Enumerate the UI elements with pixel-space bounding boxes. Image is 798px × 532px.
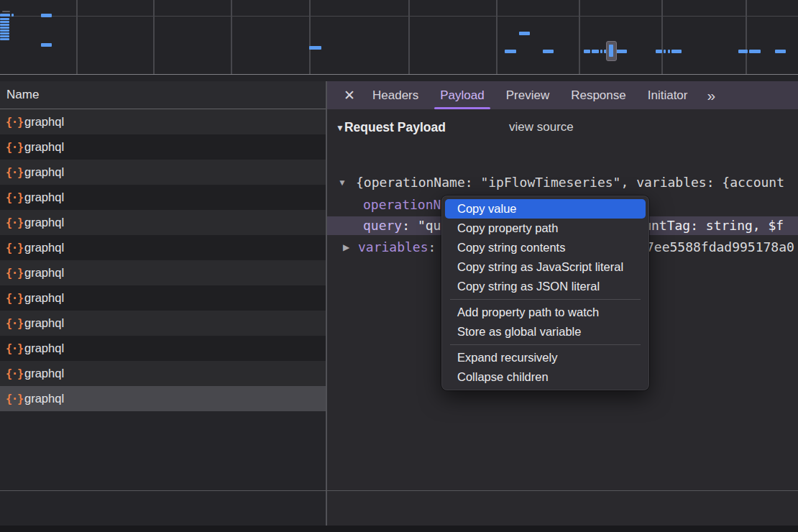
waterfall-request-bar [592, 50, 599, 53]
request-row[interactable]: {·}graphql [0, 336, 326, 361]
waterfall-request-bar [12, 14, 14, 17]
waterfall-request-bar [738, 50, 748, 53]
context-menu-item[interactable]: Copy string contents [445, 238, 646, 257]
disclosure-collapsed-icon[interactable]: ▶ [343, 239, 349, 256]
request-row[interactable]: {·}graphql [0, 185, 326, 210]
json-request-icon: {·} [6, 166, 24, 179]
waterfall-request-bar [543, 50, 554, 53]
request-name-label: graphql [24, 241, 64, 254]
overview-gridline-vertical [746, 0, 747, 74]
devtools-network-panel: Name {·}graphql{·}graphql{·}graphql{·}gr… [0, 0, 798, 532]
request-row[interactable]: {·}graphql [0, 285, 326, 311]
context-menu-item[interactable]: Copy string as JavaScript literal [445, 257, 646, 277]
tab-initiator[interactable]: Initiator [637, 81, 699, 109]
waterfall-request-bar [668, 50, 670, 53]
footer-divider [0, 490, 798, 491]
request-row[interactable]: {·}graphql [0, 210, 326, 235]
json-request-icon: {·} [6, 141, 24, 154]
context-menu-item[interactable]: Copy property path [445, 219, 646, 238]
detail-tab-bar: ✕ HeadersPayloadPreviewResponseInitiator… [327, 81, 798, 109]
tab-headers[interactable]: Headers [362, 81, 429, 109]
waterfall-request-bar [600, 50, 602, 53]
waterfall-request-bar [0, 14, 10, 17]
network-overview-timeline[interactable] [0, 0, 798, 81]
context-menu-item[interactable]: Store as global variable [445, 322, 646, 341]
context-menu-item[interactable]: Collapse children [445, 367, 646, 387]
json-request-icon: {·} [6, 116, 24, 129]
overview-gridline-horizontal [0, 16, 798, 17]
json-request-icon: {·} [6, 367, 24, 380]
request-payload-section-header: ▼Request Payload [336, 119, 446, 136]
waterfall-request-bar [0, 18, 9, 20]
request-row[interactable]: {·}graphql [0, 160, 326, 185]
request-name-label: graphql [24, 191, 64, 204]
property-key: query [363, 218, 402, 233]
waterfall-request-bar [519, 32, 530, 35]
view-source-button[interactable]: view source [509, 119, 574, 136]
request-row[interactable]: {·}graphql [0, 109, 326, 134]
waterfall-request-bar [749, 50, 761, 53]
request-name-label: graphql [24, 291, 64, 305]
request-row[interactable]: {·}graphql [0, 260, 326, 285]
tab-response[interactable]: Response [560, 81, 637, 109]
overview-gridline-vertical [231, 0, 232, 74]
section-collapse-icon[interactable]: ▼ [336, 123, 344, 133]
waterfall-request-bar [41, 14, 52, 17]
menu-separator [450, 344, 641, 345]
context-menu: Copy valueCopy property pathCopy string … [441, 196, 649, 390]
property-key: variables [358, 239, 428, 254]
waterfall-request-bar [2, 11, 10, 12]
overview-gridline-vertical [661, 0, 663, 74]
waterfall-request-bar [671, 50, 682, 53]
request-name-label: graphql [24, 115, 64, 129]
window-bottom-edge [0, 526, 798, 532]
overview-gridline-vertical [579, 0, 580, 74]
waterfall-request-bar [505, 50, 516, 53]
property-text: {operationName: "ipFlowTimeseries", vari… [356, 175, 784, 190]
more-tabs-button[interactable]: » [698, 81, 723, 109]
waterfall-request-bar [0, 24, 9, 26]
waterfall-request-bar [656, 50, 662, 53]
request-name-label: graphql [24, 341, 64, 355]
request-row[interactable]: {·}graphql [0, 361, 326, 386]
json-request-icon: {·} [6, 267, 24, 280]
json-request-icon: {·} [6, 342, 24, 355]
close-icon: ✕ [344, 87, 355, 104]
payload-tree-row[interactable]: ▼{operationName: "ipFlowTimeseries", var… [327, 174, 798, 191]
json-request-icon: {·} [6, 191, 24, 204]
waterfall-request-bar [0, 35, 9, 37]
request-name-label: graphql [24, 165, 64, 179]
tab-payload[interactable]: Payload [429, 81, 495, 109]
waterfall-request-bar [41, 43, 52, 47]
waterfall-request-bar [0, 21, 9, 23]
request-row[interactable]: {·}graphql [0, 311, 326, 336]
waterfall-request-bar [584, 50, 590, 53]
close-panel-button[interactable]: ✕ [337, 81, 362, 109]
overview-gridline-vertical [496, 0, 497, 74]
context-menu-item[interactable]: Add property path to watch [445, 303, 646, 322]
request-row[interactable]: {·}graphql [0, 235, 326, 260]
request-name-label: graphql [24, 316, 64, 330]
waterfall-request-bar [616, 50, 627, 53]
requests-name-column: Name {·}graphql{·}graphql{·}graphql{·}gr… [0, 81, 326, 526]
context-menu-item[interactable]: Expand recursively [445, 348, 646, 367]
overview-gridline-vertical [309, 0, 311, 74]
request-row[interactable]: {·}graphql [0, 386, 326, 411]
disclosure-expanded-icon[interactable]: ▼ [338, 174, 347, 191]
waterfall-request-bar [664, 50, 666, 53]
selected-request-marker [606, 41, 617, 61]
menu-separator [450, 299, 641, 300]
context-menu-item[interactable]: Copy value [445, 199, 646, 219]
context-menu-item[interactable]: Copy string as JSON literal [445, 277, 646, 296]
request-name-label: graphql [24, 140, 64, 154]
name-column-header[interactable]: Name [0, 81, 326, 109]
request-row[interactable]: {·}graphql [0, 134, 326, 160]
tab-preview[interactable]: Preview [495, 81, 560, 109]
waterfall-request-bar [0, 38, 9, 40]
json-request-icon: {·} [6, 393, 24, 405]
waterfall-request-bar [0, 32, 9, 35]
json-request-icon: {·} [6, 216, 24, 229]
waterfall-request-bar [0, 27, 9, 29]
json-request-icon: {·} [6, 292, 24, 305]
overview-bottom-divider [0, 74, 798, 75]
